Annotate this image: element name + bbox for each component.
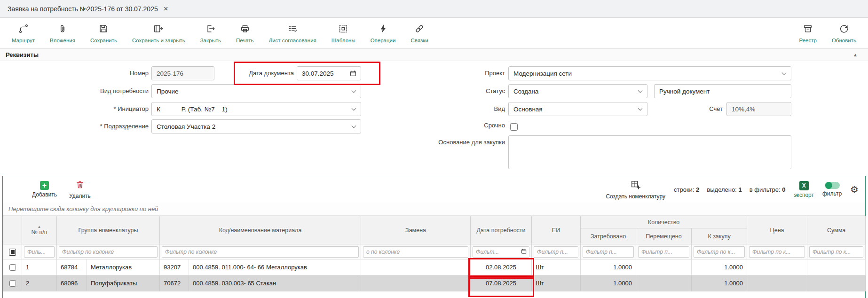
create-nomenclature-button[interactable]: Создать номенклатуру [606,180,665,200]
account-value: 10%,4% [732,106,755,113]
status-note-field[interactable]: Ручной документ [654,84,791,98]
excel-icon [799,181,809,190]
close-button[interactable]: Закрыть [195,22,226,45]
plus-icon [40,181,49,190]
requested-cell: 1.0000 [581,275,636,291]
refresh-button[interactable]: Обновить [827,22,861,45]
initiator-select[interactable]: К Р. (Таб. №7 1) [151,102,361,116]
requested-filter-input[interactable] [583,246,634,258]
row-checkbox[interactable] [9,264,16,271]
account-field[interactable]: 10%,4% [726,102,791,116]
to-purchase-cell: 1.0000 [692,259,747,275]
links-button[interactable]: Связки [405,22,433,45]
route-button[interactable]: Маршрут [7,22,40,45]
project-select[interactable]: Модернизация сети [508,66,791,80]
to-purchase-column-header[interactable]: К закупу [692,228,747,244]
add-row-button[interactable]: Добавить [32,181,57,198]
num-column-header[interactable]: ▲ № п/п [22,216,57,244]
settings-gear-icon[interactable] [850,185,859,194]
close-doc-icon [205,24,216,36]
export-excel-button[interactable]: экспорт [794,181,814,198]
price-filter-cell [747,244,807,259]
approval-sheet-button[interactable]: Лист согласования [264,22,322,45]
printer-icon [240,24,250,36]
unit-filter-cell [532,244,581,259]
material-filter-input[interactable] [162,246,359,258]
unit-column-header[interactable]: ЕИ [532,216,581,244]
need-date-column-header[interactable]: Дата потребности [471,216,532,244]
chevron-down-icon [638,106,643,111]
registry-button[interactable]: Реестр [794,22,822,45]
group-by-drop-zone[interactable]: Перетащите сюда колонку для группировки … [3,203,865,216]
need-type-label: Вид потребности [28,84,149,98]
need-type-select[interactable]: Прочие [151,84,361,98]
unit-filter-input[interactable] [534,246,578,258]
replace-filter-input[interactable] [363,246,468,258]
items-grid-panel: Добавить Удалить Создать номенклатуру ст… [2,176,866,298]
urgent-checkbox[interactable] [510,123,518,131]
attachments-button[interactable]: Вложения [45,22,80,45]
price-column-header[interactable]: Цена [747,216,807,244]
close-label: Закрыть [200,38,221,43]
row-checkbox[interactable] [9,280,16,287]
selected-count: выделено: 1 [707,186,742,193]
attachments-label: Вложения [50,38,75,43]
filter-toggle-icon[interactable] [825,182,840,189]
group-column-header[interactable]: Группа номенклатуры [57,216,160,244]
rows-count: строки: 2 [674,186,699,193]
create-nomenclature-icon [631,180,641,192]
table-row-selected[interactable]: 2 68096 Полуфабрикаты 70672 000.4859. 03… [3,275,866,291]
templates-button[interactable]: Шаблоны [326,22,361,45]
sort-asc-icon: ▲ [24,225,55,229]
select-all-cell[interactable] [3,244,22,259]
basis-textarea[interactable] [508,135,791,169]
save-close-button[interactable]: Сохранить и закрыть [127,22,190,45]
moved-cell [636,259,692,275]
save-icon [98,24,109,36]
save-button[interactable]: Сохранить [85,22,122,45]
doc-date-value: 30.07.2025 [302,70,334,77]
sum-filter-input[interactable] [809,246,863,258]
calendar-icon[interactable] [521,248,527,256]
grid-toolbar-right: Создать номенклатуру строки: 2 выделено:… [606,180,859,200]
num-filter-input[interactable] [24,246,55,258]
price-filter-input[interactable] [749,246,805,258]
department-select[interactable]: Столовая Участка 2 [151,119,361,133]
to-purchase-filter-input[interactable] [694,246,745,258]
requested-cell: 1.0000 [581,259,636,275]
status-label: Статус [386,84,505,98]
registry-label: Реестр [799,38,817,43]
chevron-down-icon [782,71,787,75]
requested-column-header[interactable]: Затребовано [581,228,636,244]
moved-filter-input[interactable] [638,246,689,258]
calendar-icon[interactable] [349,70,357,77]
table-row[interactable]: 1 68784 Металлорукав 93207 000.4859. 011… [3,259,866,275]
material-column-header[interactable]: Код/наименование материала [160,216,361,244]
initiator-label: * Инициатор [28,102,149,116]
templates-label: Шаблоны [331,38,355,43]
replace-column-header[interactable]: Замена [361,216,471,244]
moved-column-header[interactable]: Перемещено [636,228,692,244]
save-close-icon [153,24,164,36]
number-field[interactable]: 2025-176 [151,66,214,80]
group-filter-input[interactable] [59,246,158,258]
collapse-section-icon[interactable]: ▲ [853,52,862,57]
initiator-value: К Р. (Таб. №7 1) [157,106,228,113]
filter-toggle-button[interactable]: фильтр [822,182,842,197]
filtered-count: в фильтре: 0 [750,186,786,193]
document-tab[interactable]: Заявка на потребность №2025-176 от 30.07… [0,0,176,17]
lightning-icon [378,24,388,36]
doc-date-field[interactable]: 30.07.2025 [297,66,361,80]
tab-close-icon[interactable] [164,5,168,13]
chevron-down-icon [638,88,643,93]
status-select[interactable]: Создана [508,84,647,98]
sum-column-header[interactable]: Сумма [807,216,866,244]
row-select-cell [3,275,22,291]
material-code-cell: 93207 [160,259,189,275]
print-button[interactable]: Печать [231,22,259,45]
delete-row-button[interactable]: Удалить [69,180,91,199]
kind-select[interactable]: Основная [508,102,647,116]
select-all-icon[interactable] [9,249,16,256]
operations-button[interactable]: Операции [365,22,401,45]
templates-icon [338,24,348,36]
